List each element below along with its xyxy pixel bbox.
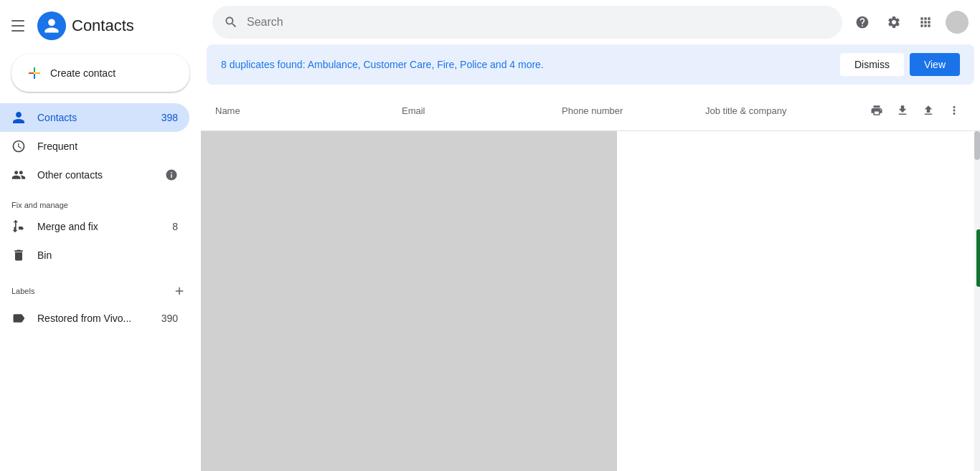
labels-section-header: Labels	[0, 270, 201, 304]
add-label-icon	[173, 285, 186, 298]
user-avatar[interactable]	[946, 11, 969, 34]
svg-rect-1	[29, 72, 34, 74]
label-restored-label: Restored from Vivo...	[37, 313, 150, 324]
search-icon	[224, 15, 238, 29]
upload-button[interactable]	[917, 99, 940, 122]
other-contacts-label: Other contacts	[37, 169, 154, 181]
search-input[interactable]	[247, 16, 831, 29]
table-header: Name Email Phone number Job title & comp…	[201, 90, 980, 131]
help-icon	[855, 15, 870, 29]
col-job-header: Job title & company	[705, 105, 865, 116]
more-options-button[interactable]	[943, 99, 966, 122]
add-label-button[interactable]	[169, 281, 189, 301]
view-button[interactable]: View	[910, 53, 960, 76]
app-logo	[37, 11, 66, 40]
content-area: 8 duplicates found: Ambulance, Customer …	[201, 44, 980, 471]
search-bar[interactable]	[212, 6, 842, 39]
info-icon	[165, 168, 178, 181]
logo-area: Contacts	[37, 11, 134, 40]
col-email-header: Email	[402, 105, 562, 116]
banner-text: 8 duplicates found: Ambulance, Customer …	[221, 59, 544, 70]
banner-actions: Dismiss View	[840, 53, 960, 76]
svg-rect-2	[35, 72, 40, 74]
apps-icon	[918, 15, 933, 29]
print-button[interactable]	[865, 99, 888, 122]
bin-icon	[11, 248, 26, 262]
frequent-icon	[11, 139, 26, 153]
create-contact-label: Create contact	[50, 67, 116, 79]
main-content: 8 duplicates found: Ambulance, Customer …	[201, 0, 980, 471]
dismiss-button[interactable]: Dismiss	[840, 53, 904, 76]
label-restored-count: 390	[161, 313, 178, 324]
col-phone-header: Phone number	[562, 105, 705, 116]
frequent-label: Frequent	[37, 141, 178, 152]
duplicates-banner: 8 duplicates found: Ambulance, Customer …	[207, 44, 974, 85]
other-contacts-icon	[11, 168, 26, 182]
download-button[interactable]	[891, 99, 914, 122]
col-name-header: Name	[215, 105, 402, 116]
apps-button[interactable]	[911, 8, 940, 37]
contacts-label: Contacts	[37, 112, 150, 123]
person-icon	[43, 17, 60, 34]
label-icon	[11, 311, 26, 325]
accent-bar	[976, 229, 980, 287]
table-action-icons	[865, 99, 966, 122]
print-icon	[870, 104, 883, 117]
upload-icon	[922, 104, 935, 117]
app-title: Contacts	[72, 16, 134, 35]
scroll-thumb[interactable]	[974, 131, 980, 160]
more-vert-icon	[948, 104, 961, 117]
help-button[interactable]	[848, 8, 877, 37]
label-item-restored[interactable]: Restored from Vivo... 390	[0, 304, 189, 333]
sidebar-item-bin[interactable]: Bin	[0, 241, 189, 270]
scroll-track[interactable]	[974, 131, 980, 471]
merge-icon	[11, 219, 26, 234]
svg-rect-0	[34, 67, 35, 72]
plus-icon	[26, 65, 43, 82]
sidebar-item-contacts[interactable]: Contacts 398	[0, 103, 189, 132]
sidebar-item-frequent[interactable]: Frequent	[0, 132, 189, 161]
topbar-icons	[848, 8, 969, 37]
contacts-count: 398	[161, 112, 178, 123]
labels-section-label: Labels	[11, 287, 34, 295]
bin-label: Bin	[37, 249, 178, 261]
settings-icon	[887, 15, 901, 29]
settings-button[interactable]	[880, 8, 908, 37]
table-body	[201, 131, 980, 471]
sidebar: Contacts Create contact Contacts 398 Fre…	[0, 0, 201, 471]
create-contact-button[interactable]: Create contact	[11, 54, 189, 92]
sidebar-item-merge-fix[interactable]: Merge and fix 8	[0, 212, 189, 241]
svg-rect-3	[34, 74, 35, 79]
hamburger-icon[interactable]	[11, 17, 29, 34]
merge-fix-label: Merge and fix	[37, 221, 161, 232]
download-icon	[896, 104, 909, 117]
topbar	[201, 0, 980, 44]
contacts-list-placeholder	[201, 131, 617, 471]
fix-manage-section-label: Fix and manage	[0, 189, 201, 212]
sidebar-item-other-contacts[interactable]: Other contacts	[0, 161, 189, 189]
merge-fix-count: 8	[172, 221, 178, 232]
sidebar-header: Contacts	[0, 6, 201, 49]
contacts-icon	[11, 110, 26, 125]
